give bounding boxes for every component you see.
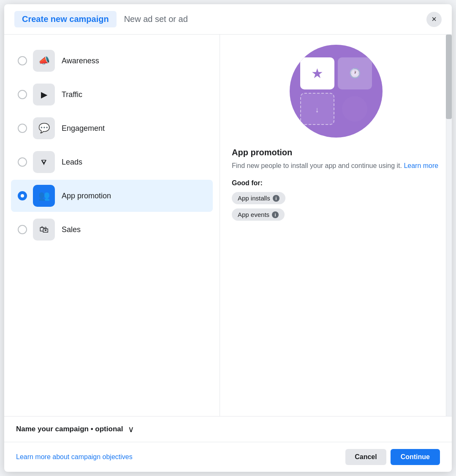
scrollbar-thumb[interactable] [446, 35, 452, 119]
clock-icon: 🕐 [349, 68, 361, 79]
name-campaign-text: Name your campaign • optional [16, 425, 123, 433]
option-sales[interactable]: 🛍 Sales [11, 214, 213, 246]
app-events-info-icon[interactable]: i [272, 211, 279, 218]
radio-awareness[interactable] [18, 56, 27, 65]
tab-create-campaign[interactable]: Create new campaign [14, 11, 117, 27]
app-promotion-icon: 👥 [33, 185, 55, 207]
app-promo-visual: ★ ↓ 🕐 [300, 57, 372, 125]
engagement-label: Engagement [62, 124, 105, 133]
close-button[interactable]: × [426, 12, 442, 27]
option-traffic[interactable]: ▶ Traffic [11, 78, 213, 111]
leads-icon: ⛛ [33, 151, 55, 173]
option-awareness[interactable]: 📣 Awareness [11, 45, 213, 77]
radio-leads[interactable] [18, 157, 27, 167]
tab-new-ad-set[interactable]: New ad set or ad [124, 14, 426, 24]
app-tile-clock: 🕐 [338, 57, 372, 89]
awareness-label: Awareness [62, 57, 99, 65]
footer-learn-more-link[interactable]: Learn more about campaign objectives [16, 453, 345, 461]
app-promotion-label: App promotion [62, 192, 111, 200]
name-campaign-section[interactable]: Name your campaign • optional ∨ [4, 416, 452, 442]
option-app-promotion[interactable]: 👥 App promotion [11, 180, 213, 212]
traffic-label: Traffic [62, 90, 82, 99]
radio-engagement[interactable] [18, 124, 27, 133]
left-panel: 📣 Awareness ▶ Traffic 💬 Engagement ⛛ Lea… [4, 35, 220, 416]
radio-traffic[interactable] [18, 90, 27, 99]
scrollbar-track [446, 35, 452, 416]
radio-sales[interactable] [18, 225, 27, 234]
description-text: Find new people to install your app and … [232, 162, 402, 169]
arrow-down-icon: ↓ [315, 105, 319, 114]
app-tile-main: ★ [300, 57, 334, 89]
name-campaign-toggle[interactable]: Name your campaign • optional ∨ [16, 424, 440, 434]
tag-app-installs: App installs i [232, 192, 285, 204]
app-promotion-illustration: ★ ↓ 🕐 [290, 45, 383, 138]
traffic-icon: ▶ [33, 84, 55, 105]
awareness-icon: 📣 [33, 50, 55, 72]
learn-more-link[interactable]: Learn more [404, 162, 438, 169]
modal-header: Create new campaign New ad set or ad × [4, 4, 452, 35]
app-installs-info-icon[interactable]: i [273, 195, 280, 202]
continue-button[interactable]: Continue [391, 449, 440, 465]
sales-label: Sales [62, 225, 81, 234]
app-tile-dashed: ↓ [300, 93, 334, 125]
option-leads[interactable]: ⛛ Leads [11, 146, 213, 178]
good-for-label: Good for: [232, 179, 263, 187]
app-tile-circle [342, 96, 367, 122]
modal-body: 📣 Awareness ▶ Traffic 💬 Engagement ⛛ Lea… [4, 35, 452, 416]
option-engagement[interactable]: 💬 Engagement [11, 112, 213, 144]
tag-app-events: App events i [232, 208, 285, 221]
right-panel: ★ ↓ 🕐 App promotion Find new people to i… [220, 35, 452, 416]
sales-icon: 🛍 [33, 219, 55, 241]
detail-description: Find new people to install your app and … [232, 161, 438, 171]
leads-label: Leads [62, 158, 82, 167]
detail-title: App promotion [232, 148, 292, 157]
radio-app-promotion[interactable] [18, 191, 27, 200]
chevron-down-icon: ∨ [128, 424, 134, 434]
modal-footer: Learn more about campaign objectives Can… [4, 442, 452, 472]
star-icon: ★ [311, 65, 323, 81]
create-campaign-modal: Create new campaign New ad set or ad × 📣… [4, 4, 452, 472]
cancel-button[interactable]: Cancel [345, 449, 386, 465]
engagement-icon: 💬 [33, 117, 55, 139]
